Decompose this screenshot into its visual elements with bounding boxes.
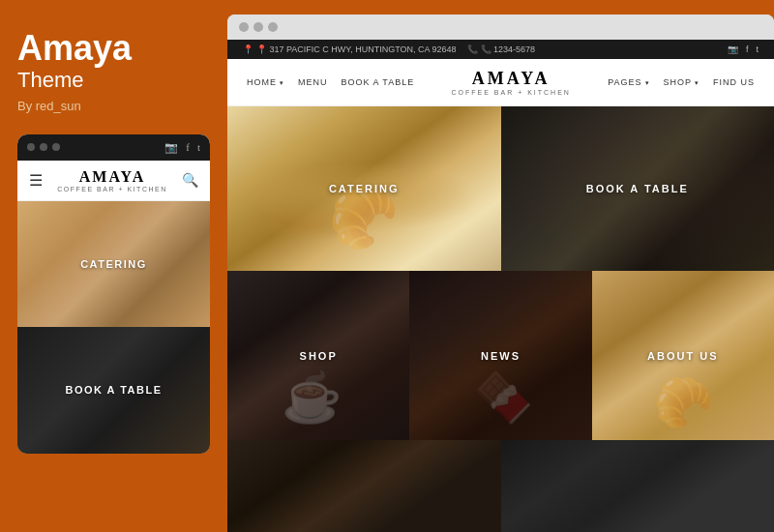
grid-row-bottom xyxy=(227,440,774,532)
theme-subtitle: Theme xyxy=(17,68,210,93)
twitter-icon[interactable]: t xyxy=(756,44,759,54)
phone-dot-3 xyxy=(52,143,60,151)
site-nav: HOME MENU BOOK A TABLE AMAYA COFFEE BAR … xyxy=(227,59,774,106)
catering-cell[interactable]: CATERING xyxy=(227,106,501,271)
shop-cell[interactable]: SHOP xyxy=(227,271,409,440)
phone-top-bar: 📷 f t xyxy=(17,134,210,161)
search-icon[interactable]: 🔍 xyxy=(182,172,198,189)
facebook-icon: f xyxy=(186,141,190,154)
site-logo: AMAYA COFFEE BAR + KITCHEN xyxy=(451,69,570,96)
phone-dot-2 xyxy=(40,143,47,151)
phone-icon: 📞 xyxy=(467,44,478,54)
bottom-left-cell[interactable] xyxy=(227,440,501,532)
book-table-cell[interactable]: BOOK A TABLE xyxy=(501,106,775,271)
phone-dot-1 xyxy=(27,143,35,151)
nav-pages[interactable]: PAGES xyxy=(608,77,649,87)
nav-find-us[interactable]: FIND US xyxy=(713,77,755,87)
theme-author: By red_sun xyxy=(17,99,210,113)
site-social: 📷 f t xyxy=(728,44,759,54)
browser-dot-1 xyxy=(239,22,249,32)
bottom-right-cell[interactable] xyxy=(501,440,775,532)
left-panel: Amaya Theme By red_sun 📷 f t ☰ AMAYA COF… xyxy=(0,0,227,532)
nav-home[interactable]: HOME xyxy=(247,77,284,87)
site-topbar: 📍 📍 317 PACIFIC C HWY, HUNTINGTON, CA 92… xyxy=(227,40,774,59)
catering-grid-label: CATERING xyxy=(329,183,400,194)
location-icon: 📍 xyxy=(243,44,253,54)
nav-menu[interactable]: MENU xyxy=(298,77,328,87)
address-text: 📍 317 PACIFIC C HWY, HUNTINGTON, CA 9264… xyxy=(256,44,457,54)
phone-image-grid: CATERING BOOK A TABLE xyxy=(17,201,210,454)
phone-nav: ☰ AMAYA COFFEE BAR + KITCHEN 🔍 xyxy=(17,161,210,201)
book-table-label: BOOK A TABLE xyxy=(65,384,162,396)
browser-titlebar xyxy=(227,15,774,40)
catering-label: CATERING xyxy=(80,258,147,270)
grid-row-3: SHOP NEWS ABOUT US xyxy=(227,271,774,440)
browser-dot-2 xyxy=(253,22,263,32)
theme-title: Amaya xyxy=(17,29,210,68)
shop-grid-label: SHOP xyxy=(300,350,338,362)
phone-catering-image[interactable]: CATERING xyxy=(17,201,210,328)
phone-text: 📞 1234-5678 xyxy=(481,44,536,54)
about-grid-label: ABOUT US xyxy=(647,350,718,362)
site-address: 📍 📍 317 PACIFIC C HWY, HUNTINGTON, CA 92… xyxy=(243,44,535,54)
nav-links-right: PAGES SHOP FIND US xyxy=(608,77,755,87)
facebook-icon[interactable]: f xyxy=(746,44,749,54)
image-grid: CATERING BOOK A TABLE SHOP NEWS ABOUT US xyxy=(227,106,774,532)
instagram-icon: 📷 xyxy=(164,141,178,154)
browser-content: 📍 📍 317 PACIFIC C HWY, HUNTINGTON, CA 92… xyxy=(227,40,774,532)
news-cell[interactable]: NEWS xyxy=(409,271,591,440)
browser-dot-3 xyxy=(268,22,278,32)
browser-mockup: 📍 📍 317 PACIFIC C HWY, HUNTINGTON, CA 92… xyxy=(227,15,774,532)
phone-logo-sub: COFFEE BAR + KITCHEN xyxy=(43,186,182,192)
phone-social-icons: 📷 f t xyxy=(164,141,200,154)
news-grid-label: NEWS xyxy=(481,350,521,362)
nav-links-left: HOME MENU BOOK A TABLE xyxy=(247,77,414,87)
phone-book-table-image[interactable]: BOOK A TABLE xyxy=(17,327,210,454)
twitter-icon: t xyxy=(197,141,200,154)
phone-logo: AMAYA COFFEE BAR + KITCHEN xyxy=(43,168,182,192)
nav-book-table[interactable]: BOOK A TABLE xyxy=(341,77,414,87)
logo-text: AMAYA xyxy=(451,69,570,89)
instagram-icon[interactable]: 📷 xyxy=(728,44,738,54)
logo-subtext: COFFEE BAR + KITCHEN xyxy=(451,89,570,96)
phone-mockup: 📷 f t ☰ AMAYA COFFEE BAR + KITCHEN 🔍 CAT… xyxy=(17,134,210,454)
hamburger-icon[interactable]: ☰ xyxy=(29,171,43,190)
about-cell[interactable]: ABOUT US xyxy=(592,271,774,440)
book-table-grid-label: BOOK A TABLE xyxy=(586,183,689,194)
nav-shop[interactable]: SHOP xyxy=(664,77,700,87)
